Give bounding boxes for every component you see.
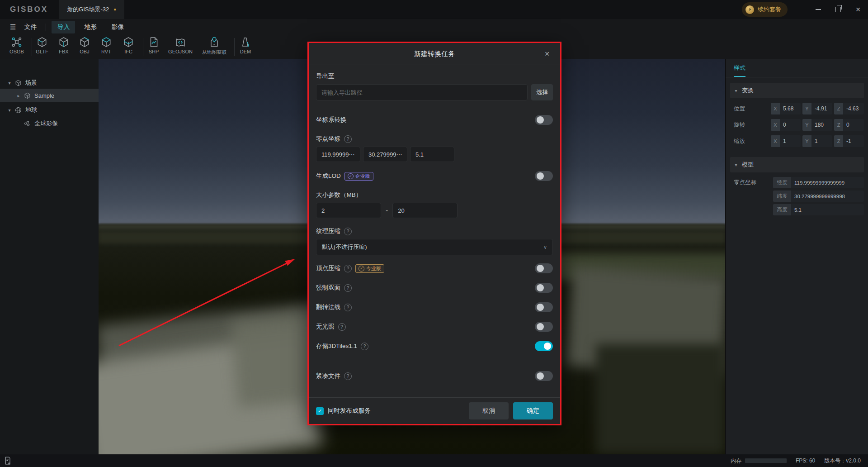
height-field[interactable]: 高度5.1 — [773, 204, 864, 215]
ok-button[interactable]: 确定 — [513, 402, 553, 419]
tree-item-label: 地球 — [25, 106, 37, 114]
row-label: 位置 — [730, 105, 771, 113]
choose-path-button[interactable]: 选择 — [531, 84, 553, 100]
toolbar-item-geojson[interactable]: GEOJSON — [165, 36, 195, 58]
toolbar-item-from-map[interactable]: 从地图获取 — [196, 36, 232, 58]
menu-terrain[interactable]: 地形 — [79, 21, 102, 33]
position-y-field[interactable]: Y-4.91 — [802, 103, 832, 114]
size-max-input[interactable] — [392, 203, 458, 218]
zero-latitude-input[interactable] — [363, 147, 407, 162]
help-icon[interactable]: ? — [361, 343, 368, 350]
size-min-input[interactable] — [316, 203, 381, 218]
double-side-toggle[interactable] — [535, 283, 553, 293]
coord-convert-row: 坐标系转换 — [316, 115, 553, 125]
menu-file[interactable]: 文件 — [20, 21, 40, 33]
zero-longitude-input[interactable] — [316, 147, 360, 162]
compact-toggle[interactable] — [535, 371, 553, 381]
toolbar-item-gltf[interactable]: GLTF — [30, 36, 54, 58]
toolbar-item-shp[interactable]: SHP — [142, 36, 166, 58]
position-z-field[interactable]: Z-4.63 — [834, 103, 864, 114]
collapse-arrow-icon[interactable]: ▾ — [6, 108, 13, 113]
help-icon[interactable]: ? — [344, 135, 352, 143]
axis-label: Y — [802, 135, 811, 147]
menu-import[interactable]: 导入 — [52, 21, 75, 33]
export-path-input[interactable] — [316, 84, 528, 100]
rotation-x-field[interactable]: X0 — [771, 119, 801, 131]
toolbar-item-obj[interactable]: OBJ — [72, 36, 97, 58]
shapefile-icon — [148, 36, 160, 48]
geojson-icon — [175, 36, 186, 48]
size-param-label: 大小参数（MB） — [316, 191, 553, 199]
maximize-button[interactable] — [828, 0, 848, 19]
renew-plan-button[interactable]: ⚡ 续约套餐 — [742, 2, 788, 17]
vertex-compress-toggle[interactable] — [535, 263, 553, 273]
dialog-header: 新建转换任务 ✕ — [309, 43, 560, 65]
drone-icon — [11, 36, 23, 48]
position-x-field[interactable]: X5.68 — [771, 103, 801, 114]
coord-label: 经度 — [773, 177, 791, 188]
axis-value: 0 — [780, 119, 801, 131]
coord-label: 高度 — [773, 204, 791, 215]
toolbar-item-ifc[interactable]: IFC — [116, 36, 141, 58]
publish-checkbox[interactable]: ✓ — [316, 407, 324, 415]
section-model[interactable]: ▾ 模型 — [730, 157, 864, 172]
status-bar: 内存 FPS: 60 版本号：v2.0.0 — [0, 454, 868, 467]
tab-style[interactable]: 样式 — [734, 64, 745, 77]
gen-lod-toggle[interactable] — [535, 171, 553, 181]
help-icon[interactable]: ? — [344, 372, 352, 380]
lightning-icon: ⚡ — [745, 5, 754, 14]
cancel-button[interactable]: 取消 — [469, 402, 509, 419]
help-icon[interactable]: ? — [338, 323, 346, 331]
model-zero-point-row: 零点坐标 经度119.99999999999999 纬度30.279999999… — [730, 177, 864, 215]
tiles-label: 存储3DTiles1.1 — [316, 342, 357, 350]
collapse-arrow-icon[interactable]: ▾ — [6, 81, 13, 86]
document-tab[interactable]: 新的GIS场景-32 ● — [59, 0, 124, 19]
tree-item-global-imagery[interactable]: 全球影像 — [0, 117, 114, 130]
export-path-label: 导出至 — [316, 72, 553, 81]
toolbar-item-rvt[interactable]: RVT — [94, 36, 118, 58]
unlit-label: 无光照 — [316, 323, 335, 331]
rotation-z-field[interactable]: Z0 — [834, 119, 864, 131]
fps-indicator: FPS: 60 — [796, 457, 815, 464]
section-transform[interactable]: ▾ 变换 — [730, 83, 864, 98]
tree-item-label: 场景 — [25, 79, 37, 87]
minimize-button[interactable] — [808, 0, 828, 19]
latitude-field[interactable]: 纬度30.279999999999998 — [773, 191, 864, 202]
help-icon[interactable]: ? — [344, 304, 352, 311]
cube-icon — [123, 36, 134, 48]
section-label: 变换 — [742, 86, 754, 95]
tree-item-sample[interactable]: ▸ Sample — [0, 89, 114, 102]
longitude-field[interactable]: 经度119.99999999999999 — [773, 177, 864, 188]
texture-compress-select[interactable]: 默认(不进行压缩) ∨ — [316, 239, 553, 255]
menu-imagery[interactable]: 影像 — [106, 21, 129, 33]
coord-value: 119.99999999999999 — [791, 177, 864, 188]
help-icon[interactable]: ? — [344, 228, 352, 235]
task-list-button[interactable] — [4, 456, 12, 465]
help-icon[interactable]: ? — [344, 265, 352, 272]
tree-item-scene-group[interactable]: ▾ 场景 — [0, 76, 105, 90]
scale-x-field[interactable]: X1 — [771, 135, 801, 147]
toolbar-item-dem[interactable]: DEM — [233, 36, 258, 58]
toolbar-label: SHP — [149, 49, 159, 54]
axis-value: -4.63 — [843, 103, 864, 114]
hamburger-menu-icon[interactable]: ☰ — [10, 23, 16, 31]
toolbar-label: OSGB — [9, 49, 24, 54]
expand-arrow-icon[interactable]: ▸ — [15, 93, 22, 98]
dialog-close-button[interactable]: ✕ — [540, 43, 554, 65]
tree-item-label: Sample — [34, 92, 54, 99]
tiles-toggle[interactable] — [535, 341, 553, 351]
unlit-toggle[interactable] — [535, 322, 553, 332]
flip-normal-toggle[interactable] — [535, 302, 553, 312]
rotation-y-field[interactable]: Y180 — [802, 119, 832, 131]
close-window-button[interactable]: ✕ — [848, 0, 868, 19]
coord-convert-toggle[interactable] — [535, 115, 553, 125]
zero-height-input[interactable] — [410, 147, 454, 162]
minimize-icon — [816, 9, 821, 10]
terrain-patch — [596, 344, 725, 454]
toolbar-label: RVT — [101, 49, 111, 54]
scale-z-field[interactable]: Z-1 — [834, 135, 864, 147]
tree-item-earth-group[interactable]: ▾ 地球 — [0, 103, 105, 117]
scale-y-field[interactable]: Y1 — [802, 135, 832, 147]
help-icon[interactable]: ? — [344, 284, 352, 292]
toolbar-item-osgb[interactable]: OSGB — [5, 36, 29, 58]
